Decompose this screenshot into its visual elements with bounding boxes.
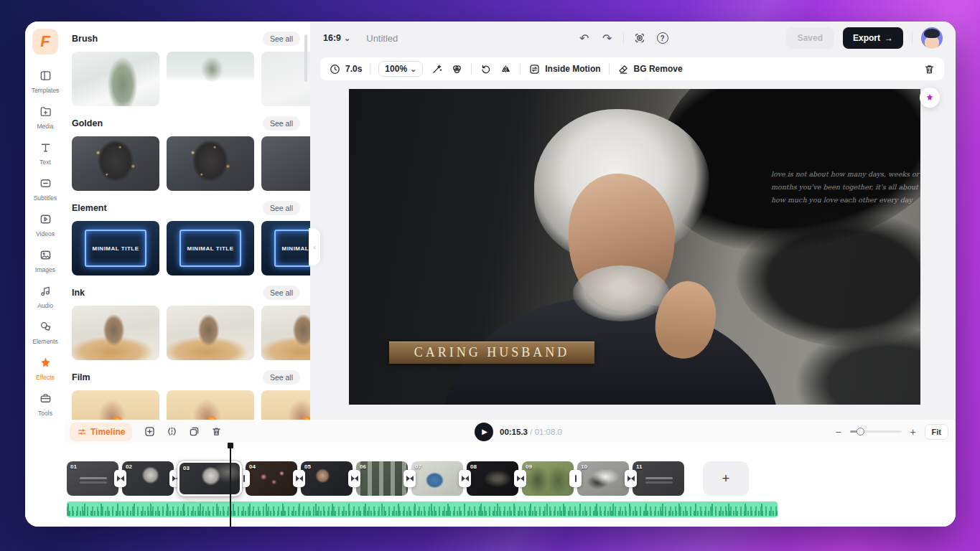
effect-thumbnail[interactable] xyxy=(261,390,310,420)
sidebar-item-videos[interactable]: Videos xyxy=(27,209,64,240)
see-all-link[interactable]: See all xyxy=(263,201,300,215)
clip-number: 02 xyxy=(126,463,132,470)
effect-thumbnail[interactable] xyxy=(261,306,310,360)
flip-button[interactable] xyxy=(500,63,512,75)
fit-button[interactable]: Fit xyxy=(925,424,948,440)
effect-thumbnail[interactable] xyxy=(167,136,254,191)
timeline-clip[interactable]: 04 xyxy=(246,461,297,496)
audio-track[interactable] xyxy=(67,501,778,517)
transition-button[interactable] xyxy=(403,470,416,487)
thumb-caption: MINIMAL TITLE xyxy=(92,245,139,252)
transition-button[interactable] xyxy=(459,470,471,487)
transition-button[interactable] xyxy=(514,470,526,487)
see-all-link[interactable]: See all xyxy=(263,286,300,300)
effect-thumbnail[interactable] xyxy=(72,136,159,191)
duration-value: 7.0s xyxy=(345,64,362,74)
canvas-zoom-select[interactable]: 100% ⌄ xyxy=(378,61,423,77)
sidebar-item-effects[interactable]: Effects xyxy=(27,353,64,384)
video-canvas[interactable]: love is not about how many days, weeks o… xyxy=(349,89,920,405)
transition-button[interactable] xyxy=(348,470,360,487)
sidebar-item-templates[interactable]: Templates xyxy=(27,66,64,97)
app-logo[interactable]: F xyxy=(32,29,58,55)
see-all-link[interactable]: See all xyxy=(263,370,300,385)
effect-thumbnail[interactable] xyxy=(167,390,254,420)
timeline-clip[interactable]: 11 xyxy=(633,461,684,496)
timeline-tools xyxy=(144,425,223,438)
preview-button[interactable] xyxy=(633,31,647,45)
zoom-in-button[interactable]: + xyxy=(909,426,918,438)
project-title[interactable]: Untitled xyxy=(366,33,398,44)
sidebar-item-media[interactable]: Media xyxy=(27,102,64,133)
effect-thumbnail[interactable]: MINIMAL TITLE xyxy=(72,221,159,276)
filter-button[interactable] xyxy=(451,63,463,75)
panel-scrollbar[interactable] xyxy=(304,34,307,82)
slider-knob[interactable] xyxy=(857,428,864,435)
delete-button[interactable] xyxy=(210,425,223,438)
play-button[interactable]: ▶ xyxy=(475,423,493,441)
timeline-clip[interactable]: 06 xyxy=(356,461,408,496)
sidebar-item-tools[interactable]: Tools xyxy=(27,389,64,420)
undo-button[interactable]: ↶ xyxy=(577,31,592,45)
effect-thumbnail[interactable] xyxy=(167,306,254,360)
effects-panel: Brush See all Golden See all Element xyxy=(65,22,310,420)
timeline-clip[interactable]: 02 xyxy=(122,461,174,496)
divider xyxy=(471,63,472,75)
sidebar-item-audio[interactable]: Audio xyxy=(27,281,64,312)
logo-letter: F xyxy=(40,32,50,51)
canvas-quote-text[interactable]: love is not about how many days, weeks o… xyxy=(771,168,920,207)
split-button[interactable] xyxy=(166,425,178,438)
inside-motion-button[interactable]: Inside Motion xyxy=(528,63,600,75)
sidebar-item-images[interactable]: Images xyxy=(27,245,64,276)
timeline-zoom-slider[interactable] xyxy=(850,430,902,433)
sidebar-item-elements[interactable]: Elements xyxy=(27,317,64,348)
timeline-clip[interactable]: 08 xyxy=(467,461,518,496)
effects-section-element: Element See all MINIMAL TITLE MINIMAL TI… xyxy=(72,201,310,276)
transition-button[interactable] xyxy=(293,470,305,487)
duplicate-button[interactable] xyxy=(188,425,200,438)
see-all-link[interactable]: See all xyxy=(263,32,300,46)
effect-thumbnail[interactable] xyxy=(261,52,310,106)
elements-icon xyxy=(39,320,52,336)
add-clip-button[interactable]: + xyxy=(703,461,749,496)
divider xyxy=(912,32,913,44)
effect-thumbnail[interactable] xyxy=(167,52,254,106)
timeline-clip[interactable]: 01 xyxy=(67,461,118,496)
add-button[interactable] xyxy=(144,425,156,438)
sidebar-item-label: Media xyxy=(37,123,53,130)
zoom-controls: − + Fit xyxy=(834,424,948,440)
transition-button[interactable] xyxy=(114,470,126,487)
timeline-clip-selected[interactable]: 03 xyxy=(177,461,242,496)
zoom-out-button[interactable]: − xyxy=(834,426,843,438)
delete-clip-button[interactable] xyxy=(923,63,935,75)
ai-assistant-button[interactable] xyxy=(920,88,940,108)
export-button[interactable]: Export → xyxy=(843,27,903,49)
effect-thumbnail[interactable] xyxy=(72,52,159,106)
effect-thumbnail[interactable] xyxy=(261,136,310,191)
effect-thumbnail[interactable] xyxy=(72,390,159,420)
sidebar-item-subtitles[interactable]: Subtitles xyxy=(27,174,64,204)
timeline-clip[interactable]: 05 xyxy=(301,461,353,496)
timeline-clip[interactable]: 07 xyxy=(411,461,463,496)
panel-collapse-handle[interactable]: ‹ xyxy=(309,228,320,265)
videos-icon xyxy=(39,212,52,229)
see-all-link[interactable]: See all xyxy=(263,116,300,131)
effect-thumbnail[interactable]: MINIMAL TITLE xyxy=(261,221,310,276)
timeline-clip[interactable]: 09 xyxy=(522,461,574,496)
transition-button[interactable] xyxy=(625,470,637,487)
timeline-clip[interactable]: 10 xyxy=(577,461,629,496)
help-button[interactable]: ? xyxy=(655,31,670,45)
effects-section-film: Film See all xyxy=(72,370,310,420)
bg-remove-button[interactable]: BG Remove xyxy=(617,63,683,75)
sidebar-item-text[interactable]: Text xyxy=(27,138,64,169)
effect-thumbnail[interactable] xyxy=(72,306,159,360)
transition-button[interactable] xyxy=(569,470,582,487)
canvas-title-overlay[interactable]: CARING HUSBAND xyxy=(389,342,594,364)
effect-thumbnail[interactable]: MINIMAL TITLE xyxy=(167,221,254,276)
adjust-button[interactable] xyxy=(431,63,443,75)
clip-duration-button[interactable]: 7.0s xyxy=(329,63,362,75)
aspect-ratio-select[interactable]: 16:9 ⌄ xyxy=(323,33,350,43)
user-avatar[interactable] xyxy=(921,27,943,49)
timeline-toggle-button[interactable]: Timeline xyxy=(70,423,132,441)
rotate-button[interactable] xyxy=(480,63,492,75)
redo-button[interactable]: ↷ xyxy=(600,31,615,45)
